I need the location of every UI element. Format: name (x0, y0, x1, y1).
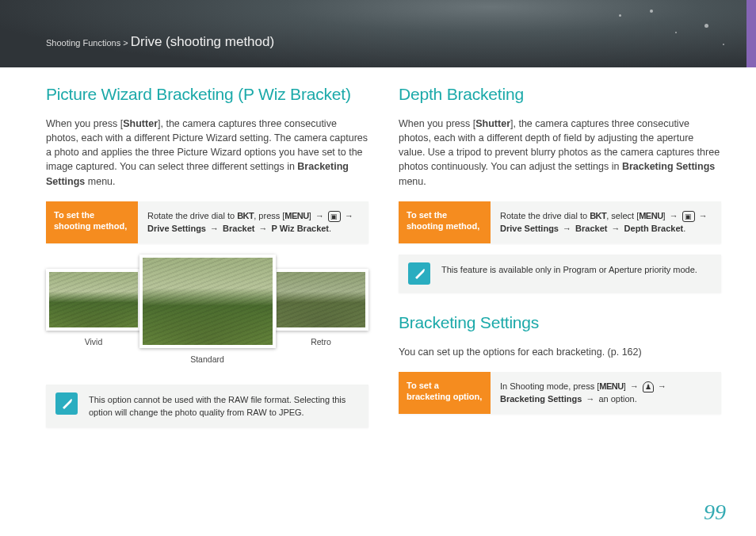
sample-image-standard (139, 255, 276, 348)
instruction-body: In Shooting mode, press [MENU] → ♟ → Bra… (491, 372, 721, 414)
pwiz-instruction: To set the shooting method, Rotate the d… (46, 201, 368, 243)
depth-paragraph: When you press [Shutter], the camera cap… (399, 117, 721, 189)
breadcrumb-prefix: Shooting Functions > (46, 38, 131, 48)
person-icon: ♟ (643, 381, 654, 392)
bs-heading: Bracketing Settings (399, 313, 721, 332)
depth-heading: Depth Bracketing (399, 85, 721, 104)
caption-vivid: Vivid (54, 337, 133, 346)
note-icon (55, 392, 78, 415)
note-text: This option cannot be used with the RAW … (89, 392, 359, 419)
instruction-label: To set a bracketing option, (399, 372, 491, 414)
camera-icon: ▣ (328, 211, 341, 222)
instruction-label: To set the shooting method, (46, 201, 138, 243)
sample-image-vivid (46, 269, 141, 331)
page-number: 99 (704, 500, 726, 525)
pwiz-note: This option cannot be used with the RAW … (46, 385, 368, 427)
content-area: Picture Wizard Bracketing (P Wiz Bracket… (0, 67, 756, 448)
note-icon (408, 262, 430, 285)
note-text: This feature is available only in Progra… (441, 262, 697, 277)
bs-instruction: To set a bracketing option, In Shooting … (399, 372, 721, 414)
instruction-label: To set the shooting method, (399, 201, 491, 243)
instruction-body: Rotate the drive dial to BKT, press [MEN… (138, 201, 368, 243)
instruction-body: Rotate the drive dial to BKT, select [ME… (491, 201, 721, 243)
caption-retro: Retro (281, 337, 361, 346)
depth-instruction: To set the shooting method, Rotate the d… (399, 201, 721, 243)
depth-note: This feature is available only in Progra… (399, 255, 721, 293)
camera-icon: ▣ (682, 211, 695, 222)
page-header: Shooting Functions > Drive (shooting met… (0, 0, 756, 67)
bs-paragraph: You can set up the options for each brac… (399, 345, 721, 359)
sample-gallery: Vivid Standard Retro (46, 255, 368, 373)
pwiz-heading: Picture Wizard Bracketing (P Wiz Bracket… (46, 85, 368, 104)
breadcrumb-title: Drive (shooting method) (131, 34, 274, 49)
left-column: Picture Wizard Bracketing (P Wiz Bracket… (46, 85, 368, 448)
caption-standard: Standard (168, 354, 247, 364)
sample-image-retro (273, 269, 368, 331)
right-column: Depth Bracketing When you press [Shutter… (399, 85, 721, 448)
pwiz-paragraph: When you press [Shutter], the camera cap… (46, 117, 368, 189)
